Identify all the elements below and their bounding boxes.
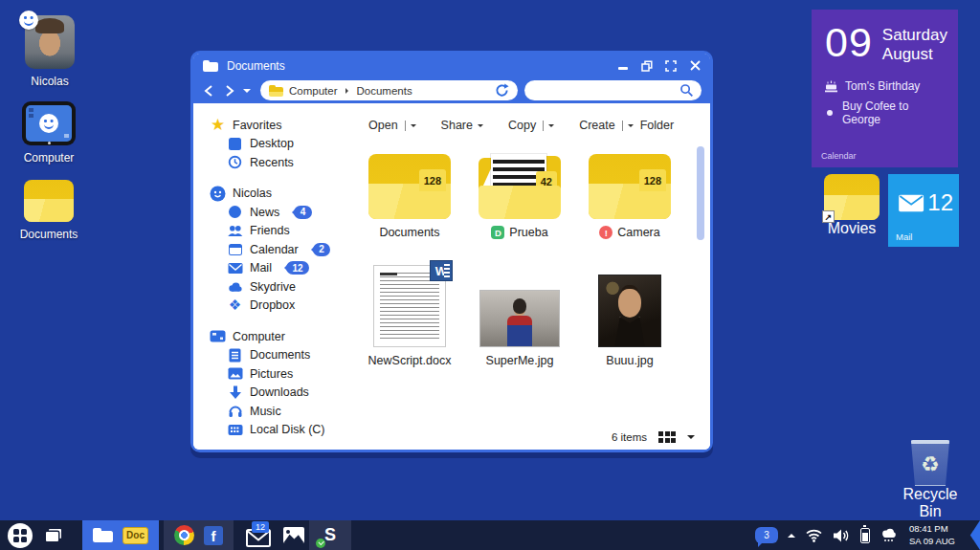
calendar-icon <box>227 241 243 257</box>
folder-icon <box>93 528 113 542</box>
desktop-icon-movies[interactable]: ↗ Movies <box>815 174 888 237</box>
minimize-button[interactable] <box>617 60 629 72</box>
desktop-icon-computer[interactable]: Computer <box>9 101 89 165</box>
breadcrumb-documents[interactable]: Documents <box>357 85 412 97</box>
sidebar-section-label: Favorites <box>233 119 281 132</box>
tray-date: SA 09 AUG <box>909 536 955 547</box>
sidebar-item-downloads[interactable]: Downloads <box>193 384 351 403</box>
breadcrumb[interactable]: Computer Documents <box>260 80 518 100</box>
sidebar-item-calendar[interactable]: Calendar 2 <box>193 240 351 259</box>
word-icon: W <box>430 260 453 281</box>
start-button[interactable] <box>8 523 33 548</box>
wifi-icon[interactable] <box>805 528 823 542</box>
sidebar-item-label: Pictures <box>250 367 293 381</box>
fullscreen-button[interactable] <box>665 60 677 72</box>
skype-icon: S <box>320 525 341 546</box>
documents-badge: Doc <box>122 527 148 544</box>
back-button[interactable] <box>202 83 216 99</box>
restore-button[interactable] <box>641 60 653 72</box>
copy-button[interactable]: Copy <box>508 119 554 132</box>
breadcrumb-computer[interactable]: Computer <box>289 85 338 97</box>
taskbar-browser-group: f <box>164 520 234 550</box>
mail-tile[interactable]: 12 Mail <box>888 174 959 247</box>
music-icon <box>227 403 243 419</box>
caret-down-icon <box>548 124 554 130</box>
mail-icon <box>227 260 243 276</box>
sidebar-item-skydrive[interactable]: Skydrive <box>193 277 351 297</box>
sidebar-item-label: Local Disk (C) <box>250 423 325 436</box>
chevron-right-icon <box>345 88 351 94</box>
mail-badge: 12 <box>286 261 309 275</box>
pictures-icon <box>227 365 243 382</box>
search-icon <box>679 83 694 98</box>
explorer-window: Documents Computer Documents <box>190 51 713 452</box>
folder-icon: ↗ <box>824 174 880 220</box>
title-bar[interactable]: Documents <box>193 54 710 77</box>
clock[interactable]: 08:41 PM SA 09 AUG <box>909 523 955 547</box>
file-tile-camera[interactable]: 128 ! Camera <box>579 147 680 239</box>
weather-icon[interactable] <box>880 527 898 543</box>
sidebar-item-friends[interactable]: Friends <box>193 222 351 241</box>
sidebar-item-pictures[interactable]: Pictures <box>193 364 351 384</box>
sidebar-section-nicolas[interactable]: Nicolas <box>193 185 351 204</box>
sidebar-item-local-disk[interactable]: Local Disk (C) <box>193 421 351 440</box>
tray-time: 08:41 PM <box>909 523 955 535</box>
calendar-event: Tom's Birthday <box>825 79 947 93</box>
file-tile-prueba[interactable]: 42 D Prueba <box>469 147 570 239</box>
sidebar-item-mail[interactable]: Mail 12 <box>193 259 351 278</box>
file-name: Camera <box>617 226 659 239</box>
sidebar-item-documents[interactable]: Documents <box>193 346 351 365</box>
notification-bubble[interactable]: 3 <box>755 527 778 543</box>
search-input[interactable] <box>532 85 679 97</box>
sidebar-item-news[interactable]: News 4 <box>193 203 351 222</box>
show-desktop-wedge[interactable] <box>969 520 980 550</box>
photos-icon[interactable] <box>283 527 304 543</box>
desktop-icon-label: Computer <box>9 151 89 165</box>
desktop-icon-documents[interactable]: Documents <box>9 180 89 241</box>
word-document-thumbnail: W <box>373 265 446 347</box>
sidebar-section-label: Nicolas <box>233 187 272 200</box>
file-tile-newscript[interactable]: W NewScript.docx <box>359 262 460 367</box>
sidebar-item-desktop[interactable]: Desktop <box>193 135 351 154</box>
volume-icon[interactable] <box>833 528 851 543</box>
taskbar-mail-button[interactable]: 12 <box>246 524 271 547</box>
smiley-screen-icon <box>39 114 58 133</box>
recycle-bin[interactable]: ♻ Recycle Bin <box>892 440 969 520</box>
forward-button[interactable] <box>223 83 237 99</box>
open-button[interactable]: Open <box>368 119 416 132</box>
sidebar-section-favorites[interactable]: ★ Favorites <box>193 116 351 135</box>
share-button[interactable]: Share <box>441 119 483 132</box>
file-tile-superme[interactable]: SuperMe.jpg <box>469 262 570 367</box>
folder-icon: 128 <box>589 154 671 219</box>
refresh-icon[interactable] <box>495 83 509 98</box>
task-view-icon[interactable] <box>46 529 62 541</box>
calendar-event: Buy Cofee to George <box>825 99 947 126</box>
view-grid-icon[interactable] <box>658 431 676 443</box>
taskbar-skype-group[interactable]: S <box>309 520 351 550</box>
battery-icon[interactable] <box>860 528 870 543</box>
calendar-tile[interactable]: 09 Saturday August Tom's Birthday Buy Co… <box>812 10 958 167</box>
scrollbar-thumb[interactable] <box>697 146 704 240</box>
desktop-icon-nicolas[interactable]: Nicolas <box>10 15 90 88</box>
sidebar-item-dropbox[interactable]: ❖ Dropbox <box>193 297 351 316</box>
close-button[interactable] <box>689 60 701 72</box>
search-box[interactable] <box>524 80 702 100</box>
sidebar-section-label: Computer <box>233 330 285 343</box>
hidden-icons-arrow[interactable] <box>788 530 795 538</box>
view-dropdown-icon[interactable] <box>687 435 695 443</box>
facebook-icon[interactable]: f <box>204 526 223 545</box>
cake-icon <box>825 80 837 93</box>
sidebar-item-recents[interactable]: Recents <box>193 153 351 172</box>
sidebar-item-label: Music <box>250 405 281 418</box>
taskbar-explorer-group[interactable]: Doc <box>82 520 159 550</box>
create-button[interactable]: Create <box>579 119 634 132</box>
sidebar-section-computer[interactable]: Computer <box>193 327 351 346</box>
news-badge: 4 <box>294 206 312 219</box>
sidebar-item-music[interactable]: Music <box>193 402 351 421</box>
create-folder-button[interactable]: Folder <box>640 119 674 132</box>
file-tile-buuu[interactable]: Buuu.jpg <box>579 262 680 367</box>
calendar-weekday: Saturday <box>882 26 947 45</box>
chrome-icon[interactable] <box>174 525 194 545</box>
file-tile-documents[interactable]: 128 Documents <box>359 147 460 239</box>
history-dropdown-icon[interactable] <box>243 89 251 97</box>
